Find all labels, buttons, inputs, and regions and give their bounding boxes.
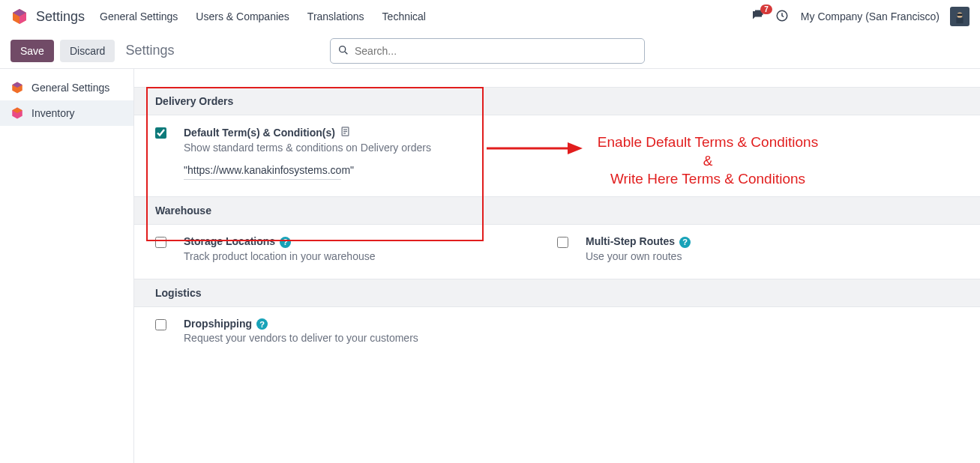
terms-input[interactable]: "https://www.kanakinfosystems.com" <box>184 164 341 180</box>
svg-point-8 <box>340 46 346 52</box>
activity-icon[interactable] <box>775 9 789 25</box>
main-layout: General Settings Inventory Delivery Orde… <box>0 69 980 463</box>
document-icon[interactable] <box>340 126 351 139</box>
setting-desc-default-terms: Show standard terms & conditions on Deli… <box>184 142 485 154</box>
setting-title-default-terms: Default Term(s) & Condition(s) <box>184 127 335 139</box>
messages-badge: 7 <box>760 4 772 14</box>
top-nav: Settings General Settings Users & Compan… <box>0 0 980 33</box>
save-button[interactable]: Save <box>10 40 54 62</box>
content-area[interactable]: Delivery Orders Default Term(s) & Condit… <box>133 69 980 463</box>
sidebar-item-general[interactable]: General Settings <box>0 75 133 100</box>
search-input[interactable] <box>330 38 645 64</box>
company-selector[interactable]: My Company (San Francisco) <box>801 10 940 22</box>
help-icon[interactable]: ? <box>256 318 268 330</box>
user-avatar[interactable] <box>950 7 970 26</box>
menu-general-settings[interactable]: General Settings <box>100 10 178 22</box>
svg-line-9 <box>345 52 347 54</box>
section-warehouse-body: Storage Locations ? Track product locati… <box>134 225 980 279</box>
gear-icon <box>10 81 24 94</box>
messages-icon[interactable]: 7 <box>750 9 765 25</box>
section-warehouse-header: Warehouse <box>134 196 980 225</box>
section-delivery-orders-header: Delivery Orders <box>134 87 980 115</box>
menu-translations[interactable]: Translations <box>307 10 364 22</box>
checkbox-multistep-routes[interactable] <box>557 237 568 248</box>
checkbox-storage-locations[interactable] <box>155 237 166 248</box>
sidebar-item-label: General Settings <box>31 82 109 94</box>
app-title: Settings <box>36 9 85 25</box>
svg-rect-6 <box>956 18 963 23</box>
checkbox-default-terms[interactable] <box>155 127 166 139</box>
sidebar: General Settings Inventory <box>0 69 133 463</box>
menu-technical[interactable]: Technical <box>382 10 426 22</box>
control-bar: Save Discard Settings <box>0 33 980 69</box>
box-icon <box>10 106 24 120</box>
search-wrap <box>330 38 645 64</box>
section-logistics-header: Logistics <box>134 279 980 307</box>
checkbox-dropshipping[interactable] <box>155 319 166 330</box>
search-icon <box>337 44 349 58</box>
svg-rect-7 <box>957 13 962 16</box>
section-logistics-body: Dropshipping ? Request your vendors to d… <box>134 307 980 361</box>
setting-desc-routes: Use your own routes <box>586 250 959 262</box>
setting-title-routes: Multi-Step Routes <box>586 235 675 247</box>
help-icon[interactable]: ? <box>280 235 291 248</box>
help-icon[interactable]: ? <box>679 235 691 248</box>
app-logo-icon <box>10 7 28 25</box>
setting-title-dropshipping: Dropshipping <box>184 318 252 330</box>
setting-title-storage: Storage Locations <box>184 235 275 247</box>
section-delivery-orders-body: Default Term(s) & Condition(s) Show stan… <box>134 115 980 196</box>
setting-desc-dropshipping: Request your vendors to deliver to your … <box>184 332 557 344</box>
sidebar-item-label: Inventory <box>31 107 75 119</box>
sidebar-item-inventory[interactable]: Inventory <box>0 100 133 126</box>
setting-desc-storage: Track product location in your warehouse <box>184 250 557 262</box>
breadcrumb: Settings <box>125 43 174 58</box>
discard-button[interactable]: Discard <box>60 40 115 62</box>
menu-users-companies[interactable]: Users & Companies <box>196 10 289 22</box>
